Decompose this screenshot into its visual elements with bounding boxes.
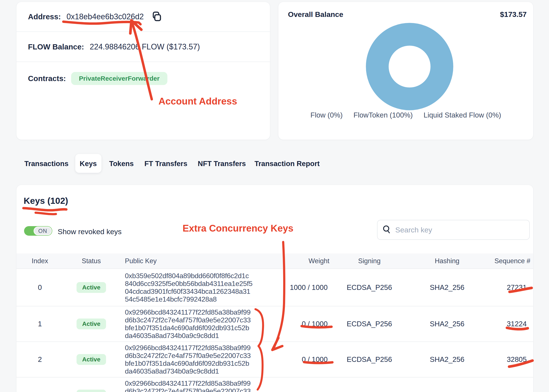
contract-badge[interactable]: PrivateReceiverForwarder [71,72,167,85]
key-weight: 0 / 1000 [284,320,330,328]
key-hashing: SHA2_256 [428,391,472,392]
balance-total: $173.57 [500,10,527,19]
copy-address-button[interactable] [151,11,161,22]
status-badge: Active [76,319,106,329]
address-label: Address: [28,12,61,21]
tab-nft-transfers[interactable]: NFT Transfers [198,160,246,168]
keys-table-header: Index Status Public Key Weight Signing H… [16,253,533,268]
key-index: 3 [16,391,63,392]
key-hashing: SHA2_256 [428,283,472,292]
key-sequence: 13111 [472,391,533,392]
donut-legend: Flow (0%) FlowToken (100%) Liquid Staked… [278,111,533,119]
balance-donut-chart [365,22,454,111]
key-signing: ECDSA_P256 [330,355,428,364]
keys-table: Index Status Public Key Weight Signing H… [16,253,533,392]
public-key: 0x92966bcd843241177f22fd85a38ba9f99 d6b3… [119,379,269,392]
key-row-2: 2 Active 0x92966bcd843241177f22fd85a38ba… [16,342,533,377]
key-sequence: 27231 [472,283,533,292]
header-sequence: Sequence # [472,257,533,265]
header-signing: Signing [330,257,428,265]
header-weight: Weight [284,257,330,265]
flow-balance-value: 224.98846206 FLOW ($173.57) [90,42,200,51]
key-row-1: 1 Active 0x92966bcd843241177f22fd85a38ba… [16,306,533,342]
header-index: Index [16,257,63,265]
toggle-knob: ON [34,227,52,235]
overall-balance-card: Overall Balance $173.57 Flow (0%) FlowTo… [278,2,533,140]
header-public-key: Public Key [119,257,269,265]
key-row-3: 3 Active 0x92966bcd843241177f22fd85a38ba… [16,377,533,392]
tab-ft-transfers[interactable]: FT Transfers [144,160,187,168]
account-page: Address: 0x18eb4ee6b3c026d2 FLOW Balance… [0,0,549,392]
key-weight: 0 / 1000 [284,355,330,364]
legend-item-flow: Flow (0%) [311,111,343,119]
toggle-state-label: ON [38,228,47,234]
key-signing: ECDSA_P256 [330,320,428,328]
header-status: Status [63,257,119,265]
flow-balance-row: FLOW Balance: 224.98846206 FLOW ($173.57… [16,32,270,62]
key-search-box [377,220,530,240]
keys-section-title: Keys (102) [24,196,68,206]
tab-transaction-report[interactable]: Transaction Report [255,160,320,168]
key-index: 1 [16,320,63,328]
key-sequence: 32805 [472,355,533,364]
show-revoked-keys-label: Show revoked keys [58,227,122,236]
show-revoked-keys-toggle[interactable]: ON [24,226,52,236]
search-key-input[interactable] [395,226,524,234]
address-row: Address: 0x18eb4ee6b3c026d2 [16,2,270,32]
header-hashing: Hashing [428,257,472,265]
key-weight: 0 / 1000 [284,391,330,392]
status-badge: Active [76,282,106,293]
keys-card: Keys (102) ON Show revoked keys Index St… [16,185,533,392]
key-weight: 1000 / 1000 [284,283,330,292]
balance-title: Overall Balance [288,10,343,19]
balance-header: Overall Balance $173.57 [278,2,533,19]
key-hashing: SHA2_256 [428,320,472,328]
donut-segment-flowtoken [377,34,442,99]
public-key: 0x92966bcd843241177f22fd85a38ba9f99 d6b3… [119,344,269,375]
public-key: 0x92966bcd843241177f22fd85a38ba9f99 d6b3… [119,308,269,340]
contracts-label: Contracts: [28,74,66,83]
flow-balance-label: FLOW Balance: [28,42,84,51]
key-row-0: 0 Active 0xb359e502df804a89bdd660f0f8f6c… [16,268,533,306]
tab-tokens[interactable]: Tokens [109,160,133,168]
status-badge: Active [76,354,106,365]
tab-transactions[interactable]: Transactions [24,160,69,168]
public-key: 0xb359e502df804a89bdd660f0f8f6c2d1c 840d… [119,272,269,303]
contracts-row: Contracts: PrivateReceiverForwarder [16,62,270,95]
key-sequence: 31224 [472,320,533,328]
status-badge: Active [76,390,106,392]
key-index: 0 [16,283,63,292]
tab-keys[interactable]: Keys [80,160,97,168]
key-signing: ECDSA_P256 [330,391,428,392]
key-signing: ECDSA_P256 [330,283,428,292]
search-icon [382,225,391,235]
key-hashing: SHA2_256 [428,355,472,364]
legend-item-liquid-staked-flow: Liquid Staked Flow (0%) [424,111,501,119]
address-value: 0x18eb4ee6b3c026d2 [67,12,144,21]
key-index: 2 [16,355,63,364]
legend-item-flowtoken: FlowToken (100%) [354,111,413,119]
copy-icon [151,11,161,22]
account-info-card: Address: 0x18eb4ee6b3c026d2 FLOW Balance… [16,2,270,140]
